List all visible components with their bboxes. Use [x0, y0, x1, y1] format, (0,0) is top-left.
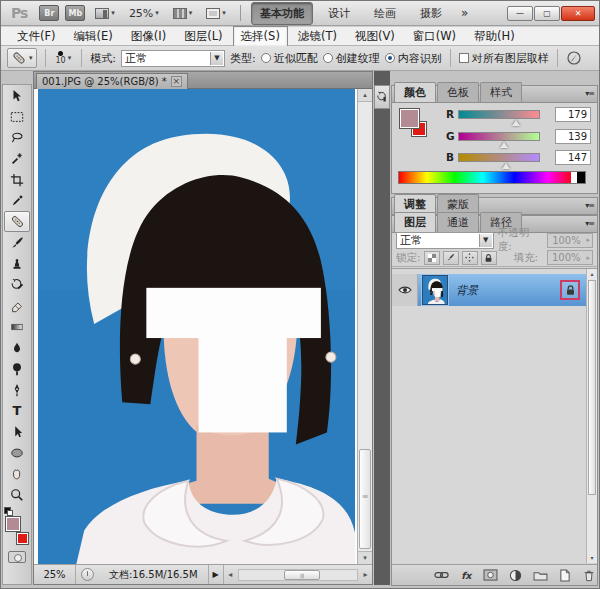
layer-thumbnail[interactable]: [422, 275, 448, 305]
status-flyout-button[interactable]: ▶: [208, 565, 223, 584]
scroll-left-icon[interactable]: ◂: [224, 570, 237, 579]
eraser-tool[interactable]: [4, 295, 30, 316]
layer-name[interactable]: 背景: [456, 283, 478, 298]
menu-help[interactable]: 帮助(H): [466, 26, 523, 47]
history-brush-tool[interactable]: [4, 274, 30, 295]
clone-stamp-tool[interactable]: [4, 253, 30, 274]
menu-view[interactable]: 视图(V): [347, 26, 403, 47]
radio-proximity-match[interactable]: 近似匹配: [261, 51, 318, 66]
layer-visibility-toggle[interactable]: [392, 274, 418, 306]
tab-styles[interactable]: 样式: [480, 82, 522, 102]
mini-bridge-button[interactable]: Mb: [65, 5, 85, 21]
new-layer-button[interactable]: [557, 568, 573, 583]
menu-edit[interactable]: 编辑(E): [66, 26, 121, 47]
red-slider-thumb[interactable]: [512, 120, 520, 126]
vertical-scrollbar[interactable]: ▴ ▾: [357, 89, 372, 564]
green-slider-thumb[interactable]: [500, 142, 508, 148]
default-colors-icon[interactable]: [4, 507, 11, 514]
scroll-down-icon[interactable]: ▾: [358, 551, 372, 564]
hand-tool[interactable]: [4, 463, 30, 484]
restore-button[interactable]: ▢: [534, 6, 560, 21]
add-layer-mask-button[interactable]: [483, 568, 499, 583]
panel-menu-icon[interactable]: ▾≡: [585, 89, 594, 98]
horizontal-scroll-track[interactable]: [238, 569, 358, 581]
tab-swatches[interactable]: 色板: [437, 82, 479, 102]
dodge-tool[interactable]: [4, 358, 30, 379]
scroll-up-icon[interactable]: ▴: [587, 269, 597, 279]
scroll-right-icon[interactable]: ▸: [359, 570, 372, 579]
link-layers-button[interactable]: [434, 568, 450, 583]
lock-position-button[interactable]: [462, 251, 478, 265]
minimize-button[interactable]: —: [507, 6, 533, 21]
blend-mode-select[interactable]: 正常▼: [396, 232, 494, 249]
tab-channels[interactable]: 通道: [437, 212, 479, 232]
pen-tool[interactable]: [4, 379, 30, 400]
tab-adjustments[interactable]: 调整: [394, 194, 436, 214]
eyedropper-tool[interactable]: [4, 190, 30, 211]
brush-preset-picker[interactable]: 10 ▾: [54, 51, 74, 65]
tab-color[interactable]: 颜色: [394, 82, 436, 102]
workspace-tab-photography[interactable]: 摄影: [411, 2, 451, 25]
blue-slider-thumb[interactable]: [502, 163, 510, 169]
document-tab[interactable]: 001.JPG @ 25%(RGB/8) * ×: [36, 73, 188, 89]
move-tool[interactable]: [4, 85, 30, 106]
tab-layers[interactable]: 图层: [394, 212, 436, 232]
delete-layer-button[interactable]: [581, 568, 597, 583]
foreground-color-swatch[interactable]: [5, 516, 21, 532]
path-selection-tool[interactable]: [4, 421, 30, 442]
radio-create-texture[interactable]: 创建纹理: [323, 51, 380, 66]
gradient-tool[interactable]: [4, 316, 30, 337]
new-group-button[interactable]: [532, 568, 548, 583]
layer-style-button[interactable]: fx: [459, 568, 475, 583]
bridge-button[interactable]: Br: [39, 5, 59, 21]
scroll-down-icon[interactable]: ▾: [587, 553, 597, 563]
blue-value-field[interactable]: 147: [555, 150, 591, 165]
menu-file[interactable]: 文件(F): [9, 26, 64, 47]
lock-pixels-button[interactable]: [443, 251, 459, 265]
color-spectrum-ramp[interactable]: [398, 171, 586, 184]
ellipse-tool[interactable]: [4, 442, 30, 463]
menu-select[interactable]: 选择(S): [233, 26, 288, 47]
tool-preset-picker[interactable]: ▾: [7, 48, 37, 68]
horizontal-scroll-thumb[interactable]: [284, 570, 320, 580]
fill-field[interactable]: 100%▸: [547, 250, 593, 265]
canvas[interactable]: [34, 89, 357, 564]
menu-window[interactable]: 窗口(W): [405, 26, 464, 47]
vertical-scroll-thumb[interactable]: [359, 449, 371, 549]
type-tool[interactable]: T: [4, 400, 30, 421]
background-color-swatch[interactable]: [16, 532, 29, 545]
lock-icon[interactable]: [565, 284, 576, 296]
lock-transparency-button[interactable]: [424, 251, 440, 265]
zoom-tool[interactable]: [4, 484, 30, 505]
mode-select[interactable]: 正常▼: [121, 50, 225, 67]
layers-scroll-thumb[interactable]: [588, 280, 596, 495]
panel-menu-icon[interactable]: ▾≡: [585, 201, 594, 210]
workspace-overflow-button[interactable]: »: [457, 6, 472, 20]
document-close-icon[interactable]: ×: [171, 76, 182, 87]
new-adjustment-layer-button[interactable]: [508, 568, 524, 583]
menu-image[interactable]: 图像(I): [123, 26, 174, 47]
workspace-tab-essentials[interactable]: 基本功能: [251, 2, 313, 25]
workspace-tab-painting[interactable]: 绘画: [365, 2, 405, 25]
rectangular-marquee-tool[interactable]: [4, 106, 30, 127]
red-value-field[interactable]: 179: [555, 107, 591, 122]
workspace-tab-design[interactable]: 设计: [319, 2, 359, 25]
lock-all-button[interactable]: [481, 251, 497, 265]
radio-content-aware[interactable]: 内容识别: [385, 51, 442, 66]
panel-menu-icon[interactable]: ▾≡: [585, 219, 594, 228]
quick-mask-button[interactable]: [8, 551, 26, 563]
scroll-up-icon[interactable]: ▴: [358, 89, 372, 102]
red-slider-track[interactable]: [458, 110, 540, 119]
opacity-field[interactable]: 100%▸: [547, 233, 593, 248]
layers-scrollbar[interactable]: ▴ ▾: [586, 269, 597, 563]
brush-tool[interactable]: [4, 232, 30, 253]
crop-tool[interactable]: [4, 169, 30, 190]
foreground-color-swatch[interactable]: [399, 108, 420, 129]
zoom-level-dropdown[interactable]: 25%▾: [125, 5, 163, 22]
lasso-tool[interactable]: [4, 127, 30, 148]
screen-mode-button[interactable]: ▾: [202, 6, 230, 21]
horizontal-scrollbar[interactable]: ◂ ▸: [223, 565, 372, 584]
view-extras-button[interactable]: ▾: [169, 6, 197, 21]
photo-image[interactable]: [38, 89, 355, 564]
spot-healing-brush-tool[interactable]: [4, 211, 30, 232]
